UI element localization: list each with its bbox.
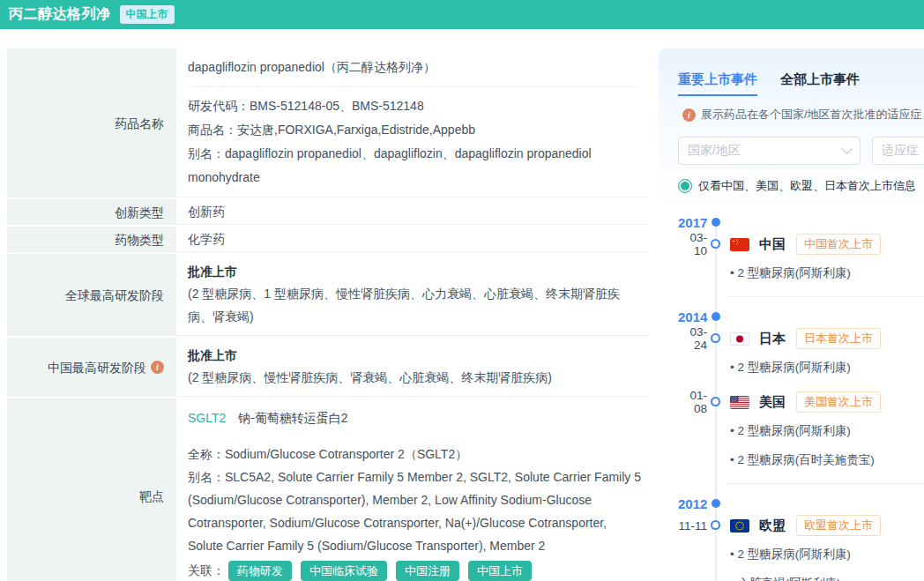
related-tag-button[interactable]: 药物研发 — [228, 561, 292, 581]
row-label: 全球最高研发阶段 — [7, 254, 176, 336]
indication-item: 2 型糖尿病(阿斯利康) — [730, 264, 924, 282]
row-label: 创新类型 — [7, 199, 176, 225]
tab-all-events[interactable]: 全部上市事件 — [780, 71, 860, 96]
china-stage-indications: (2 型糖尿病、慢性肾脏疾病、肾衰竭、心脏衰竭、终末期肾脏疾病) — [188, 366, 641, 396]
first-listing-badge: 美国首次上市 — [796, 391, 881, 413]
event-country: 美国 — [759, 394, 786, 411]
indication-filter-input[interactable]: 适应症 — [872, 137, 924, 165]
indication-item: 2 型糖尿病(阿斯利康) — [730, 422, 924, 440]
timeline-year: 2012 — [678, 496, 707, 511]
year-dot-icon — [712, 218, 720, 227]
global-stage-value: 批准上市 — [188, 254, 641, 282]
drug-type-value: 化学药 — [176, 227, 650, 252]
indication-item: 心脏衰竭(阿斯利康) — [730, 575, 924, 581]
table-row-china-stage: 中国最高研发阶段 i 批准上市 (2 型糖尿病、慢性肾脏疾病、肾衰竭、心脏衰竭、… — [7, 338, 650, 397]
event-dot-icon — [711, 239, 720, 249]
country-region-select[interactable]: 国家/地区 — [678, 137, 861, 165]
china-stage-value: 批准上市 — [188, 338, 641, 366]
page-header: 丙二醇达格列净 中国上市 — [0, 0, 924, 29]
drug-trade-name: 商品名：安达唐,FORXIGA,Farxiga,Edistride,Appebb — [188, 118, 641, 142]
row-label: 药物类型 — [7, 227, 176, 252]
info-icon[interactable]: i — [151, 361, 164, 374]
event-dot-icon — [711, 520, 720, 530]
timeline-year-row: 2017 — [678, 213, 924, 231]
timeline-event-head: 11-11欧盟欧盟首次上市 — [678, 516, 924, 535]
japan-flag-icon — [730, 332, 749, 346]
timeline-event-head: 03-10中国中国首次上市 — [678, 235, 924, 254]
table-row-innovation-type: 创新类型 创新药 — [7, 199, 650, 225]
related-tag-button[interactable]: 中国临床试验 — [301, 561, 387, 581]
events-note: i 展示药品在各个国家/地区首次批准的适应症、 — [678, 107, 924, 123]
event-date: 11-11 — [678, 519, 707, 533]
timeline-event-head: 03-24日本日本首次上市 — [678, 329, 924, 348]
related-tag-button[interactable]: 中国注册 — [396, 561, 459, 581]
target-full-name: 全称：Sodium/Glucose Cotransporter 2（SGLT2） — [188, 443, 641, 466]
timeline-year: 2014 — [678, 309, 707, 324]
year-dot-icon — [712, 312, 720, 321]
row-label: 靶点 — [7, 399, 176, 581]
innovation-type-value: 创新药 — [176, 199, 650, 225]
usa-flag-icon — [730, 396, 749, 409]
drug-info-table: 药品名称 dapagliflozin propanediol（丙二醇达格列净） … — [7, 48, 650, 581]
info-icon: i — [682, 108, 696, 122]
chevron-down-icon — [841, 143, 853, 154]
first-listing-badge: 中国首次上市 — [796, 234, 881, 255]
table-row-target: 靶点 SGLT2 钠-葡萄糖转运蛋白2 全称：Sodium/Glucose Co… — [7, 399, 650, 581]
table-row-name: 药品名称 dapagliflozin propanediol（丙二醇达格列净） … — [7, 48, 650, 197]
timeline-event-head: 01-08美国美国首次上市 — [678, 392, 924, 412]
event-country: 欧盟 — [759, 518, 786, 534]
tab-important-events[interactable]: 重要上市事件 — [678, 71, 757, 96]
related-label: 关联： — [188, 563, 225, 579]
listed-status-badge: 中国上市 — [120, 5, 175, 24]
event-dot-icon — [711, 397, 720, 406]
indication-item: 2 型糖尿病(阿斯利康) — [730, 546, 924, 563]
timeline-separator — [727, 483, 924, 484]
timeline-separator — [727, 296, 924, 297]
drug-dev-code: 研发代码：BMS-512148-05、BMS-512148 — [188, 94, 641, 118]
table-row-global-stage: 全球最高研发阶段 批准上市 (2 型糖尿病、1 型糖尿病、慢性肾脏疾病、心力衰竭… — [7, 254, 650, 336]
event-dot-icon — [711, 333, 720, 343]
events-tabs: 重要上市事件 全部上市事件 — [678, 71, 924, 96]
year-dot-icon — [712, 499, 720, 508]
target-name-cn: 钠-葡萄糖转运蛋白2 — [238, 411, 347, 425]
launch-timeline: 201703-10中国中国首次上市2 型糖尿病(阿斯利康)201403-24日本… — [678, 213, 924, 581]
drug-aliases: 别名：dapagliflozin propanediol、dapaglifloz… — [188, 142, 641, 190]
first-listing-filter[interactable]: 仅看中国、美国、欧盟、日本首次上市信息 — [678, 178, 924, 194]
indication-item: 2 型糖尿病(百时美施贵宝) — [730, 451, 924, 469]
target-symbol-link[interactable]: SGLT2 — [188, 411, 226, 425]
table-row-drug-type: 药物类型 化学药 — [7, 227, 650, 252]
market-events-panel: 重要上市事件 全部上市事件 i 展示药品在各个国家/地区首次批准的适应症、 国家… — [659, 48, 924, 581]
eu-flag-icon — [730, 519, 749, 533]
first-listing-badge: 欧盟首次上市 — [796, 515, 881, 536]
timeline-year-row: 2012 — [678, 495, 924, 512]
row-label: 中国最高研发阶段 i — [7, 338, 176, 397]
row-label: 药品名称 — [7, 48, 176, 197]
event-date: 03-10 — [678, 231, 707, 257]
related-tags: 药物研发中国临床试验中国注册中国上市 — [228, 561, 540, 581]
events-note-text: 展示药品在各个国家/地区首次批准的适应症、 — [701, 107, 924, 123]
indication-item: 2 型糖尿病(阿斯利康) — [730, 359, 924, 376]
page-title: 丙二醇达格列净 — [9, 5, 111, 24]
event-date: 01-08 — [678, 389, 707, 415]
first-listing-badge: 日本首次上市 — [796, 328, 881, 349]
radio-selected-icon[interactable] — [678, 179, 692, 193]
target-aliases: 别名：SLC5A2, Solute Carrier Family 5 Membe… — [188, 466, 641, 557]
global-stage-indications: (2 型糖尿病、1 型糖尿病、慢性肾脏疾病、心力衰竭、心脏衰竭、终末期肾脏疾病、… — [188, 282, 641, 335]
event-country: 日本 — [759, 331, 786, 347]
timeline-year: 2017 — [678, 215, 707, 230]
event-date: 03-24 — [678, 325, 707, 352]
country-select-placeholder: 国家/地区 — [688, 143, 741, 159]
row-label-text: 中国最高研发阶段 — [48, 359, 146, 376]
timeline-year-row: 2014 — [678, 308, 924, 325]
related-tag-button[interactable]: 中国上市 — [468, 561, 532, 581]
radio-label: 仅看中国、美国、欧盟、日本首次上市信息 — [698, 178, 916, 194]
event-country: 中国 — [759, 236, 786, 253]
china-flag-icon — [730, 238, 749, 251]
indication-placeholder: 适应症 — [882, 143, 919, 159]
drug-primary-name: dapagliflozin propanediol（丙二醇达格列净） — [188, 48, 641, 86]
